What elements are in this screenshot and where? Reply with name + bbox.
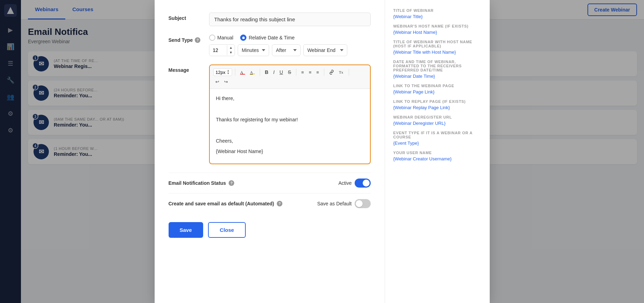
right-link-4[interactable]: {Webinar Page Link} — [393, 89, 481, 94]
right-link-8[interactable]: {Webinar Creator Username} — [393, 156, 481, 161]
editor-line-2 — [216, 105, 364, 113]
right-panel-item-2: TITLE OF WEBINAR WITH HOST NAME (HOST IF… — [393, 40, 481, 55]
toolbar-group-link: Tx — [327, 68, 346, 76]
redo-btn[interactable]: ↪ — [222, 78, 230, 86]
font-size-value: 12px — [216, 70, 225, 75]
right-panel-item-7: EVENT TYPE IF IT IS A WEBINAR OR A COURS… — [393, 131, 481, 146]
right-panel-item-0: TITLE OF WEBINAR {Webinar Title} — [393, 8, 481, 19]
default-toggle[interactable] — [355, 199, 371, 208]
editor-body[interactable]: Hi there, Thanks for registering for my … — [210, 89, 370, 164]
default-label: Create and save email as default (Automa… — [169, 201, 274, 206]
manual-radio-circle — [209, 35, 215, 41]
default-row: Create and save email as default (Automa… — [169, 193, 371, 214]
toolbar-group-undo: ↩ ↪ — [213, 78, 230, 86]
right-section-label-6: WEBINAR DEREGISTER URL — [393, 115, 481, 119]
right-section-label-4: LINK TO THE WEBINAR PAGE — [393, 84, 481, 88]
ordered-list-btn[interactable]: ≡ — [299, 68, 306, 76]
status-active-label: Active — [338, 180, 351, 186]
relative-radio[interactable]: Relative Date & Time — [240, 35, 295, 41]
message-editor-box: 12px ▲ ▼ A — [209, 65, 371, 164]
right-section-label-1: WEBINAR'S HOST NAME (IF EXISTS) — [393, 24, 481, 28]
strikethrough-btn[interactable]: S — [286, 68, 293, 76]
time-number-input[interactable] — [209, 45, 227, 56]
time-number-wrap: ▲ ▼ — [209, 44, 235, 56]
message-row: Message 12px ▲ ▼ — [169, 65, 371, 164]
subject-input[interactable] — [209, 13, 371, 26]
right-panel-item-4: LINK TO THE WEBINAR PAGE {Webinar Page L… — [393, 84, 481, 94]
font-size-control[interactable]: 12px ▲ ▼ — [213, 68, 232, 76]
status-value-group: Active — [338, 179, 370, 188]
toolbar-sep-2 — [260, 69, 260, 76]
modal-form-panel: Subject Send Type ? Manual — [155, 0, 385, 303]
right-link-0[interactable]: {Webinar Title} — [393, 14, 481, 19]
right-panel-item-5: LINK TO REPLAY PAGE (IF EXISTS) {Webinar… — [393, 99, 481, 110]
modal: Subject Send Type ? Manual — [155, 0, 490, 303]
editor-line-3: Thanks for registering for my webinar! — [216, 116, 364, 123]
toolbar-sep-1 — [235, 69, 235, 76]
right-panel-item-3: DATE AND TIME OF WEBINAR, FORMATTED TO T… — [393, 60, 481, 79]
underline-btn[interactable]: U — [277, 68, 285, 76]
default-value-group: Save as Default — [317, 199, 371, 208]
status-help-icon[interactable]: ? — [229, 180, 234, 186]
manual-radio-label: Manual — [217, 35, 234, 40]
status-label: Email Notification Status — [169, 180, 226, 186]
after-select[interactable]: After Before — [272, 44, 301, 56]
minutes-select[interactable]: Minutes Hours Days — [238, 44, 269, 56]
right-link-3[interactable]: {Webinar Date Time} — [393, 74, 481, 79]
time-down-arrow[interactable]: ▼ — [227, 50, 235, 55]
indent-btn[interactable]: ≡ — [314, 68, 321, 76]
time-controls: ▲ ▼ Minutes Hours Days After Before — [209, 44, 371, 56]
font-down-arrow[interactable]: ▼ — [227, 72, 230, 75]
highlight-btn[interactable]: A — [248, 68, 257, 76]
send-type-help-icon[interactable]: ? — [195, 37, 200, 43]
status-toggle-thumb — [363, 180, 370, 187]
status-label-group: Email Notification Status ? — [169, 180, 235, 186]
link-btn[interactable] — [327, 68, 336, 76]
right-link-2[interactable]: {Webinar Title with Host Name} — [393, 50, 481, 55]
default-label-group: Create and save email as default (Automa… — [169, 201, 283, 206]
right-section-label-0: TITLE OF WEBINAR — [393, 8, 481, 13]
right-section-label-3: DATE AND TIME OF WEBINAR, FORMATTED TO T… — [393, 60, 481, 72]
save-button[interactable]: Save — [169, 222, 203, 238]
bold-btn[interactable]: B — [263, 68, 271, 76]
right-link-1[interactable]: {Webinar Host Name} — [393, 30, 481, 35]
right-link-7[interactable]: {Event Type} — [393, 141, 481, 146]
toolbar-sep-4 — [324, 69, 324, 76]
right-section-label-2: TITLE OF WEBINAR WITH HOST NAME (HOST IF… — [393, 40, 481, 48]
toolbar-sep-5 — [349, 69, 349, 76]
toolbar-sep-3 — [296, 69, 296, 76]
right-panel-item-1: WEBINAR'S HOST NAME (IF EXISTS) {Webinar… — [393, 24, 481, 35]
toolbar-group-list: ≡ ≡ ≡ — [299, 68, 321, 76]
manual-radio[interactable]: Manual — [209, 35, 234, 41]
status-row: Email Notification Status ? Active — [169, 173, 371, 193]
svg-text:Tx: Tx — [339, 70, 343, 74]
toolbar-group-format: B I U S — [263, 68, 293, 76]
relative-radio-circle — [240, 35, 246, 41]
close-button[interactable]: Close — [208, 222, 246, 238]
unordered-list-btn[interactable]: ≡ — [307, 68, 314, 76]
svg-rect-1 — [240, 74, 245, 75]
right-link-5[interactable]: {Webinar Replay Page Link} — [393, 105, 481, 110]
action-row: Save Close — [169, 222, 371, 238]
subject-row: Subject — [169, 13, 371, 26]
status-toggle[interactable] — [355, 179, 371, 188]
right-section-label-5: LINK TO REPLAY PAGE (IF EXISTS) — [393, 99, 481, 104]
editor-line-1: Hi there, — [216, 94, 364, 102]
default-help-icon[interactable]: ? — [277, 201, 282, 206]
time-up-arrow[interactable]: ▲ — [227, 45, 235, 50]
right-link-6[interactable]: {Webinar Deregister URL} — [393, 121, 481, 126]
right-panel-item-8: YOUR USER NAME {Webinar Creator Username… — [393, 151, 481, 161]
clear-format-btn[interactable]: Tx — [337, 68, 346, 76]
toolbar-group-text: A A — [238, 68, 257, 76]
message-field: 12px ▲ ▼ A — [209, 65, 371, 164]
webinar-end-select[interactable]: Webinar End Webinar Start — [303, 44, 347, 56]
font-color-btn[interactable]: A — [238, 68, 247, 76]
italic-btn[interactable]: I — [271, 68, 277, 76]
modal-overlay: Subject Send Type ? Manual — [0, 0, 644, 303]
right-section-label-7: EVENT TYPE IF IT IS A WEBINAR OR A COURS… — [393, 131, 481, 139]
send-type-label: Send Type ? — [169, 35, 203, 43]
subject-field — [209, 13, 371, 26]
undo-btn[interactable]: ↩ — [213, 78, 221, 86]
editor-toolbar: 12px ▲ ▼ A — [210, 65, 370, 89]
message-label: Message — [169, 65, 203, 73]
